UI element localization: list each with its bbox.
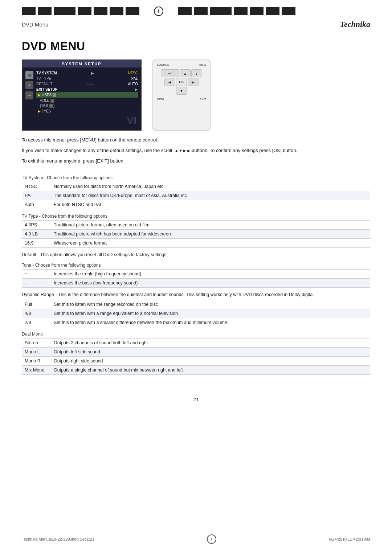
table-row: Mono LOutputs left side sound	[22, 347, 370, 356]
tv-system-label: TV System - Choose from the following op…	[22, 175, 370, 180]
tv-system-table: NTSCNormally used for discs from North A…	[22, 182, 370, 209]
tv-type-table: 4:3PSTraditional picture format, often u…	[22, 220, 370, 248]
table-cell-value: Traditional picture which has been adapt…	[51, 230, 370, 239]
bar-block-r3	[210, 7, 232, 15]
header-title: DVD Menu	[22, 21, 48, 28]
table-cell-key: Full	[22, 300, 51, 309]
screen-title: SYSTEM SETUP	[23, 60, 141, 67]
table-cell-value: Widescreen picture format	[51, 239, 370, 248]
nav-top-row: AV ▲ i	[161, 69, 202, 77]
table-cell-value: Outputs left side sound	[51, 347, 370, 356]
bar-block-r6	[266, 7, 279, 15]
table-cell-value: Outputs right side sound	[51, 356, 370, 365]
table-cell-key: +	[22, 270, 51, 279]
icon-minus: —	[25, 91, 33, 99]
table-cell-key: 2/8	[22, 318, 51, 327]
remote-down-button[interactable]: ▼	[176, 87, 187, 95]
menu-label-tvsystem: TV SYSTEM	[36, 71, 57, 75]
table-cell-key: -	[22, 279, 51, 288]
screen-menu: TV SYSTEM ▶ NTSC TV TYPE —— PAL DEFAULT …	[36, 70, 138, 127]
table-cell-key: NTSC	[22, 182, 51, 191]
table-row: Mix MonoOutputs a single channel of soun…	[22, 365, 370, 374]
table-cell-value: Increases the bass (low frequency sound)	[51, 279, 370, 288]
icon-tv: 📺	[25, 71, 33, 79]
table-cell-key: Stereo	[22, 338, 51, 347]
bar-block-1	[22, 7, 36, 15]
table-cell-value: The standard for discs from UK/Europe, m…	[51, 191, 370, 200]
bar-block-r2	[194, 7, 208, 15]
page-header: DVD Menu Technika	[0, 16, 392, 32]
remote-left-button[interactable]: ◀	[164, 78, 175, 86]
table-cell-value: Set this to listen with a smaller differ…	[51, 318, 370, 327]
table-cell-key: 4:3 LB	[22, 230, 51, 239]
table-row: +Increases the treble (high frequency so…	[22, 270, 370, 279]
table-row: 16:9Widescreen picture format	[22, 239, 370, 248]
instruction-line3: To exit this menu at anytime, press [EXI…	[22, 157, 370, 165]
top-decorative-bar	[0, 0, 392, 16]
menu-row-tvtype: TV TYPE —— PAL	[36, 76, 138, 81]
top-bar-right-blocks	[178, 7, 295, 15]
table-cell-key: Auto	[22, 200, 51, 209]
table-row: 2/8Set this to listen with a smaller dif…	[22, 318, 370, 327]
arrow-up: ▲	[175, 148, 179, 154]
dual-mono-label: Dual Mono	[22, 332, 370, 337]
table-cell-key: Mix Mono	[22, 365, 51, 374]
screen-body: 📺 ✦ — TV SYSTEM ▶ NTSC TV TYPE —— PAL	[23, 67, 141, 130]
bar-block-6	[110, 7, 123, 15]
remote-right-button[interactable]: ▶	[188, 78, 199, 86]
bar-block-5	[94, 7, 107, 15]
remote-av-button[interactable]: AV	[161, 69, 179, 77]
tv-type-label: TV Type - Choose from the following opti…	[22, 214, 370, 219]
technika-logo: Technika	[340, 20, 370, 29]
menu-option-169: (16:9 S)	[36, 103, 138, 108]
menu-option-yes: ▶[ YES	[36, 108, 138, 114]
menu-row-exit: EXIT SETUP ▶	[36, 87, 138, 92]
table-cell-value: Set this to listen with the range record…	[51, 300, 370, 309]
remote-nav: AV ▲ i ◀ OK ▶ ▼	[157, 69, 206, 95]
bar-block-3	[54, 7, 75, 15]
screenshots-row: SYSTEM SETUP 📺 ✦ — TV SYSTEM ▶ NTSC TV T…	[22, 59, 370, 131]
section-divider-1	[22, 170, 370, 170]
remote-ok-button[interactable]: OK	[176, 78, 187, 86]
table-cell-value: Set this to listen with a range equivale…	[51, 309, 370, 318]
table-cell-value: Normally used for discs from North Ameri…	[51, 182, 370, 191]
table-cell-value: Increases the treble (high frequency sou…	[51, 270, 370, 279]
table-cell-value: Outputs a single channel of sound but mi…	[51, 365, 370, 374]
instruction-line1: To access this menu, press [MENU] button…	[22, 136, 370, 144]
table-row: FullSet this to listen with the range re…	[22, 300, 370, 309]
tone-table: +Increases the treble (high frequency so…	[22, 269, 370, 288]
bar-block-2	[38, 7, 52, 15]
menu-value-pal: PAL	[131, 77, 138, 81]
table-cell-key: Mono L	[22, 347, 51, 356]
menu-value-ntsc: NTSC	[128, 71, 138, 75]
arrow-right: ▶	[183, 148, 186, 154]
remote-bottom-labels: MENU EXIT	[157, 98, 206, 101]
bar-block-7	[126, 7, 139, 15]
page-footer: Technika Manual19-22-228.indd Sec1:21 6/…	[0, 534, 392, 544]
nav-middle-row: ◀ OK ▶	[164, 78, 199, 86]
menu-value-auto: AUTO	[128, 82, 138, 86]
bar-block-r7	[282, 7, 295, 15]
table-cell-key: PAL	[22, 191, 51, 200]
table-cell-key: Mono R	[22, 356, 51, 365]
footer-compass-icon	[207, 534, 216, 544]
footer-right-text: 6/24/2010 11:42:01 AM	[329, 537, 370, 541]
menu-row-tvsystem: TV SYSTEM ▶ NTSC	[36, 70, 138, 76]
menu-option-43lb: 4:3LB S	[36, 98, 138, 103]
arrow-left: ◀	[186, 148, 189, 154]
remote-control: SOURCE INFO AV ▲ i ◀ OK ▶ ▼ MENU	[152, 59, 211, 131]
table-row: PALThe standard for discs from UK/Europe…	[22, 191, 370, 200]
remote-menu-label: MENU	[157, 98, 166, 101]
arrow-down: ▼	[179, 148, 183, 154]
remote-up-button[interactable]: ▲	[180, 69, 191, 77]
icon-star: ✦	[25, 81, 33, 89]
default-note: Default - This option allows you reset a…	[22, 251, 370, 258]
menu-label-exit: EXIT SETUP	[36, 87, 57, 91]
remote-info-button[interactable]: i	[191, 69, 202, 77]
table-cell-key: 4/8	[22, 309, 51, 318]
table-row: 4:3PSTraditional picture format, often u…	[22, 221, 370, 230]
top-bar-left-blocks	[22, 7, 139, 15]
table-cell-key: 16:9	[22, 239, 51, 248]
table-row: -Increases the bass (low frequency sound…	[22, 279, 370, 288]
menu-label-tvtype: TV TYPE	[36, 77, 52, 81]
